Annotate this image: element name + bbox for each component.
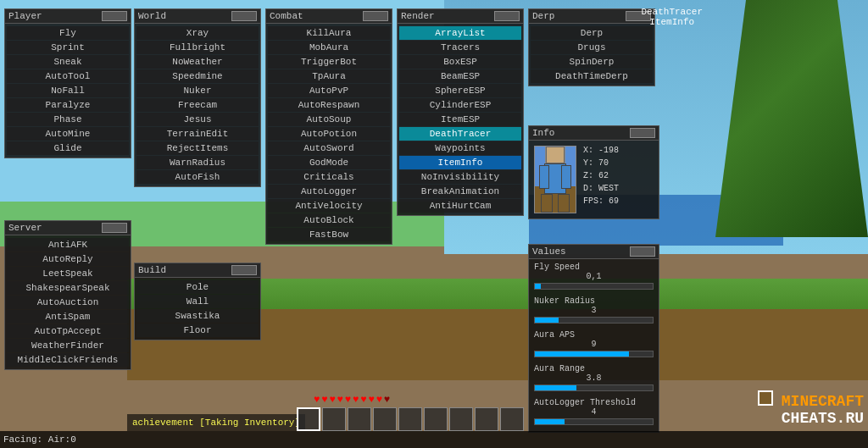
render-iteminfo[interactable]: ItemInfo	[399, 156, 521, 169]
player-fly[interactable]: Fly	[7, 26, 129, 40]
render-antihurtcam[interactable]: AntiHurtCam	[399, 199, 521, 213]
combat-autorespawn[interactable]: AutoRespawn	[268, 98, 390, 112]
combat-panel-toggle[interactable]	[363, 11, 388, 21]
slider-nuker-label: Nuker Radius	[534, 296, 654, 306]
combat-tpaura[interactable]: TpAura	[268, 69, 390, 83]
render-deathtracer[interactable]: DeathTracer	[399, 127, 521, 141]
world-fullbright[interactable]: Fullbright	[136, 41, 259, 54]
world-jesus[interactable]: Jesus	[136, 113, 259, 126]
build-wall[interactable]: Wall	[136, 295, 259, 308]
slider-auraaps-track[interactable]	[534, 351, 654, 357]
world-rejectitems[interactable]: RejectItems	[136, 141, 259, 155]
slider-flyspeed-track[interactable]	[534, 283, 654, 290]
slider-aurarange-track[interactable]	[534, 384, 654, 391]
heart-6: ♥	[353, 394, 359, 406]
world-autofish[interactable]: AutoFish	[136, 170, 259, 184]
server-autotpaccept[interactable]: AutoTpAccept	[7, 324, 129, 338]
combat-godmode[interactable]: GodMode	[268, 156, 390, 169]
player-phase[interactable]: Phase	[7, 113, 129, 126]
derp-panel-header: Derp	[529, 9, 654, 24]
heart-9: ♥	[376, 394, 382, 406]
world-panel-toggle[interactable]	[231, 11, 257, 21]
build-floor[interactable]: Floor	[136, 324, 259, 337]
combat-autosword[interactable]: AutoSword	[268, 141, 390, 155]
render-arraylist[interactable]: ArrayList	[399, 26, 521, 40]
world-speedmine[interactable]: Speedmine	[136, 69, 259, 83]
server-antispam[interactable]: AntiSpam	[7, 310, 129, 324]
slider-aurarange-label: Aura Range	[534, 364, 654, 373]
hotbar-slot-6[interactable]	[424, 407, 448, 431]
player-sprint[interactable]: Sprint	[7, 41, 129, 54]
heart-2: ♥	[321, 394, 327, 406]
server-panel-toggle[interactable]	[102, 223, 127, 233]
combat-autosoup[interactable]: AutoSoup	[268, 113, 390, 126]
slider-auraaps-row: Aura APS 9	[531, 329, 657, 362]
slider-autologger-track[interactable]	[534, 418, 654, 425]
values-panel-toggle[interactable]	[630, 246, 655, 257]
combat-autologger[interactable]: AutoLogger	[268, 185, 390, 198]
combat-killaura[interactable]: KillAura	[268, 26, 390, 40]
render-noinvisibility[interactable]: NoInvisibility	[399, 170, 521, 184]
combat-panel-content: KillAura MobAura TriggerBot TpAura AutoP…	[266, 24, 392, 244]
hotbar-slot-8[interactable]	[475, 407, 498, 431]
server-leetspeak[interactable]: LeetSpeak	[7, 267, 129, 280]
render-beamesp[interactable]: BeamESP	[399, 69, 521, 83]
world-terrainedit[interactable]: TerrainEdit	[136, 127, 259, 141]
slider-aurarange-fill	[535, 385, 576, 390]
combat-criticals[interactable]: Criticals	[268, 170, 390, 184]
combat-autopotion[interactable]: AutoPotion	[268, 127, 390, 141]
server-weatherfinder[interactable]: WeatherFinder	[7, 339, 129, 352]
render-cylinderesp[interactable]: CylinderESP	[399, 98, 521, 112]
player-automine[interactable]: AutoMine	[7, 127, 129, 141]
slider-nuker-track[interactable]	[534, 317, 654, 324]
render-boxesp[interactable]: BoxESP	[399, 55, 521, 69]
values-panel-title: Values	[532, 246, 566, 257]
render-sphereesp[interactable]: SphereESP	[399, 84, 521, 97]
derp-spindex[interactable]: SpinDerp	[531, 55, 653, 69]
world-warnradius[interactable]: WarnRadius	[136, 156, 259, 169]
player-paralyze[interactable]: Paralyze	[7, 98, 129, 112]
player-nofall[interactable]: NoFall	[7, 84, 129, 97]
hotbar-slot-5[interactable]	[398, 407, 422, 431]
render-panel-toggle[interactable]	[494, 11, 520, 21]
server-shakespearspeak[interactable]: ShakespearSpeak	[7, 281, 129, 295]
world-nuker[interactable]: Nuker	[136, 84, 259, 97]
player-sneak[interactable]: Sneak	[7, 55, 129, 69]
combat-autoblock[interactable]: AutoBlock	[268, 213, 390, 227]
player-glide[interactable]: Glide	[7, 141, 129, 155]
server-middleclickfriends[interactable]: MiddleClickFriends	[7, 353, 129, 367]
render-tracers[interactable]: Tracers	[399, 41, 521, 54]
world-noweather[interactable]: NoWeather	[136, 55, 259, 69]
slider-flyspeed-label: Fly Speed	[534, 263, 654, 272]
player-panel-toggle[interactable]	[102, 11, 127, 21]
hotbar-slot-2[interactable]	[322, 407, 346, 431]
render-waypoints[interactable]: Waypoints	[399, 141, 521, 155]
hotbar-slot-9[interactable]	[500, 407, 524, 431]
render-itemesp[interactable]: ItemESP	[399, 113, 521, 126]
derp-deathtimerderp[interactable]: DeathTimeDerp	[531, 69, 653, 83]
derp-drugs[interactable]: Drugs	[531, 41, 653, 54]
hotbar-slot-1[interactable]	[297, 407, 320, 431]
combat-triggerbot[interactable]: TriggerBot	[268, 55, 390, 69]
combat-antivelocity[interactable]: AntiVelocity	[268, 199, 390, 213]
heart-1: ♥	[314, 394, 320, 406]
player-autotool[interactable]: AutoTool	[7, 69, 129, 83]
world-freecam[interactable]: Freecam	[136, 98, 259, 112]
mc-logo-minecraft: MINECRAFT	[782, 393, 864, 410]
combat-autopvp[interactable]: AutoPvP	[268, 84, 390, 97]
world-xray[interactable]: Xray	[136, 26, 259, 40]
build-swastika[interactable]: Swastika	[136, 309, 259, 323]
render-breakanimation[interactable]: BreakAnimation	[399, 185, 521, 198]
server-antiafk[interactable]: AntiAFK	[7, 238, 129, 252]
server-autoreply[interactable]: AutoReply	[7, 252, 129, 266]
combat-mobaura[interactable]: MobAura	[268, 41, 390, 54]
build-panel-toggle[interactable]	[231, 265, 257, 275]
combat-fastbow[interactable]: FastBow	[268, 228, 390, 241]
hotbar-slot-7[interactable]	[449, 407, 473, 431]
hotbar-slot-4[interactable]	[373, 407, 397, 431]
info-panel-toggle[interactable]	[630, 128, 655, 138]
server-autoauction[interactable]: AutoAuction	[7, 296, 129, 309]
hotbar-slot-3[interactable]	[348, 407, 371, 431]
derp-derp[interactable]: Derp	[531, 26, 653, 40]
build-pole[interactable]: Pole	[136, 280, 259, 294]
